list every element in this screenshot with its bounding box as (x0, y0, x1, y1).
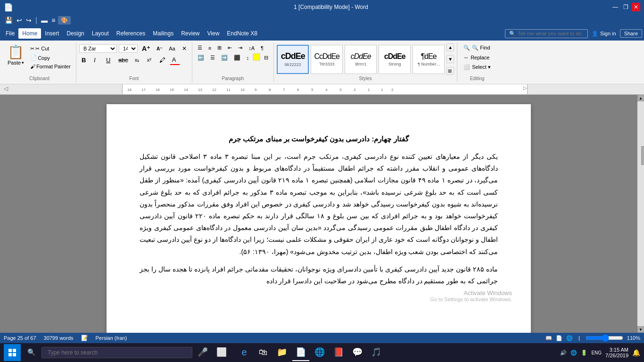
italic-button[interactable]: I (91, 55, 102, 65)
menu-endnote[interactable]: EndNote X8 (223, 28, 261, 39)
ruler: 18 17 16 15 14 13 12 11 10 9 8 7 6 5 4 3 (0, 84, 644, 95)
taskbar-search-input[interactable] (41, 347, 192, 358)
style-titrrrr1[interactable]: cDdEe titrrrr1 (345, 45, 377, 74)
font-group: B Zar 14 A⁺ A⁻ Aa ✕ B I U abc (76, 42, 192, 82)
language: Persian (Iran) (96, 335, 127, 341)
list-button[interactable]: ☰ (195, 43, 205, 52)
menu-layout[interactable]: Layout (88, 28, 113, 39)
vertical-scrollbar[interactable]: ▲ ▼ (637, 95, 644, 333)
menu-references[interactable]: References (113, 28, 149, 39)
shading-button[interactable] (253, 53, 260, 61)
window-controls[interactable]: — ❐ ✕ (611, 3, 640, 11)
taskbar-network-icon[interactable]: 🌐 (570, 350, 577, 356)
bold-button[interactable]: B (79, 55, 90, 65)
styles-scroll-down[interactable]: ▼ (446, 55, 454, 63)
menu-insert[interactable]: Insert (41, 28, 63, 39)
style-strong[interactable]: cDdEe Strong (379, 45, 411, 74)
svg-text:12: 12 (212, 88, 216, 92)
font-name-selector[interactable]: B Zar (79, 44, 117, 53)
align-right-button[interactable]: ➡️ (219, 53, 230, 62)
svg-text:5: 5 (311, 88, 314, 92)
zoom-slider[interactable] (586, 334, 623, 342)
line-spacing-button[interactable]: ↕ (244, 53, 252, 62)
taskbar-clock[interactable]: 3:15 AM 7/26/2019 (605, 347, 628, 358)
styles-scroll-controls[interactable]: ▲ ▼ ⊞ (446, 43, 454, 75)
superscript-button[interactable]: x² (145, 56, 155, 64)
styles-scroll-up[interactable]: ▲ (446, 43, 454, 51)
replace-button[interactable]: ↔Replace (460, 53, 494, 62)
taskbar-cortana[interactable]: 🎤 (194, 344, 211, 361)
indent-decrease-button[interactable]: ⇤ (225, 43, 234, 52)
menu-home[interactable]: Home (18, 28, 41, 39)
strikethrough-button[interactable]: abc (116, 55, 131, 65)
find-button[interactable]: 🔍🔍 Find (460, 43, 494, 52)
taskbar-edge-icon[interactable]: e (236, 344, 253, 361)
close-button[interactable]: ✕ (632, 3, 640, 11)
taskbar-volume-icon[interactable]: 🔊 (560, 350, 567, 356)
taskbar-search[interactable]: 🔍 (23, 344, 40, 361)
copy-button[interactable]: 📄Copy (28, 53, 73, 62)
font-size-selector[interactable]: 14 (119, 44, 138, 53)
taskbar-folder-icon[interactable]: 📁 (273, 344, 290, 361)
multilevel-list-button[interactable]: ⊞ (215, 43, 224, 52)
font-shrink-button[interactable]: A⁻ (154, 45, 165, 53)
view-layout-icon[interactable]: 📄 (556, 335, 562, 341)
numbered-list-button[interactable]: ≡ (206, 43, 214, 52)
show-marks-button[interactable]: ¶ (258, 43, 266, 52)
subscript-button[interactable]: x₂ (132, 56, 143, 65)
style-titr22222[interactable]: cDdEe titr22222 (277, 45, 309, 74)
font-color-button[interactable]: A (170, 55, 180, 65)
format-painter-button[interactable]: 🖌Format Painter (28, 62, 73, 71)
indent-increase-button[interactable]: ⇥ (236, 43, 245, 52)
borders-button[interactable]: ⊟ (262, 53, 271, 62)
paste-button[interactable]: 📋 Paste▾ (6, 43, 26, 66)
styles-expand[interactable]: ⊞ (446, 67, 454, 75)
taskbar-media-icon[interactable]: 🎵 (368, 344, 385, 361)
undo-button[interactable]: ↩ (16, 16, 23, 25)
paragraph-group: ☰ ≡ ⊞ ⇤ ⇥ ↕A ¶ ⬅️ ☰ ➡️ ⬛ ↕ ⊟ (192, 42, 274, 82)
change-case-button[interactable]: Aa (166, 44, 177, 53)
mode-button[interactable]: 🎨 (58, 16, 71, 25)
taskbar-battery-icon[interactable]: 🔋 (581, 350, 587, 356)
share-button[interactable]: Share (620, 29, 642, 38)
menu-file[interactable]: File (2, 28, 18, 39)
text-highlight-button[interactable]: 🖍 (157, 55, 168, 65)
taskbar-whatsapp-icon[interactable]: 💬 (349, 344, 366, 361)
align-left-button[interactable]: ⬅️ (195, 53, 206, 62)
document-scroll-area[interactable]: گفتار چهارم: دادرسی بدون کیفرخواست بر مب… (0, 95, 637, 333)
style-number[interactable]: ¶dEe ¶ Number... (413, 45, 445, 74)
underline-button[interactable]: U (104, 55, 114, 65)
style-titr3333[interactable]: CcDdEe Titr3333 (311, 45, 343, 74)
tell-me-input[interactable] (518, 31, 584, 36)
sort-button[interactable]: ↕A (246, 43, 257, 52)
menu-design[interactable]: Design (63, 28, 88, 39)
taskbar-acrobat-icon[interactable]: 📕 (330, 344, 347, 361)
maximize-button[interactable]: ❐ (621, 3, 630, 11)
select-button[interactable]: ⬜Select ▾ (460, 63, 494, 72)
menu-view[interactable]: View (204, 28, 223, 39)
layout-button[interactable]: ≡ (50, 16, 56, 25)
horizontal-line-button[interactable]: ▬ (40, 16, 49, 25)
taskbar-chrome-icon[interactable]: 🌐 (311, 344, 328, 361)
taskbar-store-icon[interactable]: 🛍 (255, 344, 272, 361)
justify-button[interactable]: ⬛ (231, 53, 243, 62)
menu-mailings[interactable]: Mailings (149, 28, 177, 39)
minimize-button[interactable]: — (611, 3, 619, 11)
taskbar-notifications-icon[interactable]: 🔔 (632, 349, 640, 356)
view-read-icon[interactable]: 📖 (545, 335, 552, 341)
menu-review[interactable]: Review (177, 28, 203, 39)
align-center-button[interactable]: ☰ (208, 53, 217, 62)
font-grow-button[interactable]: A⁺ (140, 43, 152, 54)
document-area: گفتار چهارم: دادرسی بدون کیفرخواست بر مب… (0, 95, 644, 333)
svg-text:6: 6 (297, 88, 299, 92)
taskbar-task-view[interactable]: ⬜ (213, 344, 230, 361)
view-web-icon[interactable]: 🌐 (566, 335, 573, 341)
save-button[interactable]: 💾 (4, 16, 14, 25)
svg-text:3: 3 (339, 88, 342, 92)
cut-button[interactable]: ✂✂ Cut (28, 44, 73, 53)
taskbar-word-icon[interactable]: 📄 (292, 344, 309, 361)
clear-formatting-button[interactable]: ✕ (180, 44, 189, 53)
signin-button[interactable]: 👤 Sign in (592, 31, 616, 37)
start-button[interactable] (4, 344, 21, 361)
redo-button[interactable]: ↪ (25, 16, 33, 25)
